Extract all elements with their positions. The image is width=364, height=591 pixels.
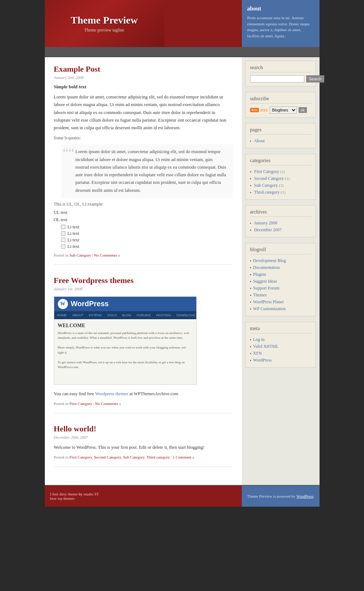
wp-body: WELCOME WordPress is a state-of-the-art … <box>54 319 196 384</box>
post-date: January 2nd, 2008 <box>54 75 233 80</box>
list-item: Third category (1) <box>250 189 311 196</box>
list-item: Suggest Ideas <box>250 278 311 285</box>
meta-link[interactable]: Log in <box>253 337 265 342</box>
wordpress-themes-link[interactable]: Wordpress themes <box>95 391 128 396</box>
list-item: Log in <box>250 336 311 343</box>
post-body: Welcome to WordPress. This is your first… <box>54 444 233 451</box>
list-item: WordPress Planet <box>250 299 311 305</box>
category-link[interactable]: Sub Category <box>69 253 91 257</box>
header-about-widget: about Proin accumsan urna in mi. Aenean … <box>242 0 320 47</box>
category-link-3[interactable]: Sub Category <box>123 455 144 459</box>
footer-right: Theme Preview is powered by WordPress <box>242 486 320 507</box>
list-item: Development Blog <box>250 257 311 264</box>
header-branding: Theme Preview Theme preview tagline <box>45 0 164 47</box>
list-bullet <box>61 231 65 236</box>
list-bullet <box>61 225 65 229</box>
list-item: Documentation <box>250 264 311 271</box>
blogroll-link[interactable]: Themes <box>253 292 267 297</box>
footer-best-themes-line: best wp themes <box>50 496 236 501</box>
about-title: about <box>247 5 314 12</box>
category-link[interactable]: Sub Category (2) <box>254 183 284 188</box>
list-item: Li text <box>61 237 233 243</box>
subscribe-row: RSS RSS Bloglines Google My Yahoo ok <box>250 106 311 114</box>
studio-link[interactable]: studio ST <box>83 492 99 496</box>
comment-link[interactable]: No Comments » <box>94 253 120 257</box>
wordpress-footer-link[interactable]: WordPress <box>296 494 313 498</box>
meta-link[interactable]: WordPress <box>253 358 272 363</box>
comment-link[interactable]: No Comments » <box>95 401 121 406</box>
meta-list: Log in Valid XHTML XFN WordPress <box>250 336 311 364</box>
navigation-bar <box>45 47 320 57</box>
about-text: Proin accumsan urna in mi. Aenean elemen… <box>247 15 314 39</box>
search-form: Search <box>250 75 311 83</box>
blogroll-link[interactable]: WP Customization <box>253 306 286 311</box>
list-item: Themes <box>250 292 311 299</box>
archive-link[interactable]: January 2008 <box>254 220 277 225</box>
list-item: About <box>250 138 311 144</box>
post-meta: Posted in Sub Category | No Comments » <box>54 253 233 257</box>
site-footer: I feel dirty theme by studio ST best wp … <box>45 485 320 507</box>
list-bullet <box>61 238 65 242</box>
list-item: XFN <box>250 350 311 357</box>
list-item: Li text <box>61 244 233 249</box>
site-tagline: Theme preview tagline <box>84 28 124 33</box>
post-meta: Posted in First Category, Second Categor… <box>54 455 233 459</box>
post-title[interactable]: Free Wordpress themes <box>54 276 233 285</box>
page-link[interactable]: About <box>254 138 265 143</box>
wp-welcome: WELCOME <box>58 323 193 329</box>
blogroll-link[interactable]: Support Forum <box>253 286 279 291</box>
category-link[interactable]: Second Category (1) <box>254 176 290 181</box>
archives-widget: archives January 2008 December 2007 <box>245 205 316 237</box>
footer-theme-line: I feel dirty theme by studio ST <box>50 492 236 496</box>
blogroll-link[interactable]: WordPress Planet <box>253 299 284 304</box>
post-bold-line: Simple bold text <box>54 84 233 90</box>
archives-widget-title: archives <box>250 209 311 217</box>
wp-logo-text: WordPress <box>71 300 109 308</box>
blogroll-link[interactable]: Plugins <box>253 272 266 277</box>
comment-link[interactable]: 1 Comment » <box>173 455 194 459</box>
wp-header: W WordPress <box>54 297 196 311</box>
category-link-4[interactable]: Third category <box>146 455 170 459</box>
wordpress-screenshot: W WordPress HOME ABOUT EXTEND DOCS BLOG … <box>54 296 197 385</box>
post-title[interactable]: Hello world! <box>54 424 233 434</box>
category-link[interactable]: Third category (1) <box>254 190 286 195</box>
search-button[interactable]: Search <box>306 75 325 83</box>
subscribe-select[interactable]: Bloglines Google My Yahoo <box>270 106 297 114</box>
category-link[interactable]: First Category (2) <box>254 169 285 174</box>
post-example: Example Post January 2nd, 2008 Simple bo… <box>54 64 233 265</box>
categories-widget-title: categories <box>250 158 311 165</box>
archive-link[interactable]: December 2007 <box>254 227 282 232</box>
list-label: This is UL, OL, LI example: <box>54 202 233 207</box>
li-list: Li text Li text Li text Li text <box>61 224 233 249</box>
rss-badge: RSS <box>250 108 259 112</box>
pages-widget-title: pages <box>250 127 311 135</box>
meta-link[interactable]: Valid XHTML <box>253 344 279 349</box>
post-wp-themes: Free Wordpress themes January 1st, 2008 … <box>54 276 233 413</box>
category-link-1[interactable]: First Category <box>69 455 92 459</box>
rss-link[interactable]: RSS <box>261 108 268 112</box>
blogroll-link[interactable]: Suggest Ideas <box>253 279 277 284</box>
list-item: Plugins <box>250 271 311 278</box>
list-item: WP Customization <box>250 305 311 312</box>
meta-widget-title: meta <box>250 326 311 333</box>
archives-list: January 2008 December 2007 <box>250 220 311 233</box>
category-link-2[interactable]: Second Category <box>94 455 121 459</box>
best-themes-link[interactable]: best wp themes <box>50 496 75 501</box>
pages-widget: pages About <box>245 123 316 148</box>
post-title[interactable]: Example Post <box>54 64 233 74</box>
category-link[interactable]: First Category <box>69 401 92 406</box>
blogroll-link[interactable]: Documentation <box>253 265 280 270</box>
dirty-theme-link[interactable]: I feel dirty theme <box>50 492 78 496</box>
ol-label: OL text <box>54 217 233 223</box>
meta-link[interactable]: XFN <box>253 351 262 356</box>
search-input[interactable] <box>250 75 304 83</box>
list-item: Li text <box>61 231 233 236</box>
wp-body-text: WordPress is a state-of-the-art semantic… <box>58 331 193 370</box>
post-body: Lorem ipsum dolor sit amet, consectetur … <box>54 93 233 132</box>
site-title: Theme Preview <box>71 14 138 26</box>
blogroll-link[interactable]: Development Blog <box>253 258 286 263</box>
post-hello-world: Hello world! December 26th, 2007 Welcome… <box>54 424 233 467</box>
list-item: Support Forum <box>250 285 311 292</box>
list-item: Second Category (1) <box>250 175 311 182</box>
subscribe-ok-button[interactable]: ok <box>299 107 307 113</box>
